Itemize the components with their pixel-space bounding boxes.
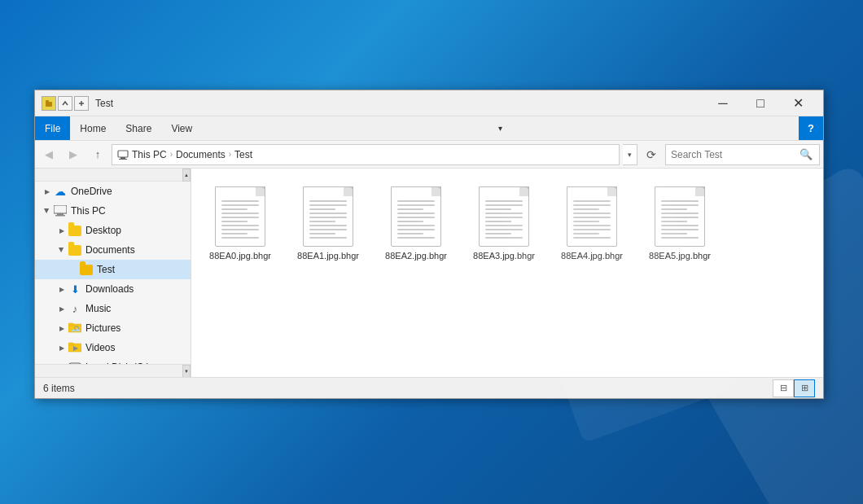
sidebar-scroll-up[interactable]: ▲: [35, 169, 191, 182]
file-line: [573, 217, 611, 218]
menu-file[interactable]: File: [35, 116, 70, 140]
file-line: [309, 217, 347, 218]
search-button[interactable]: 🔍: [798, 145, 814, 164]
address-dropdown[interactable]: ▾: [623, 144, 637, 165]
list-item[interactable]: 88EA2.jpg.bhgr: [375, 177, 457, 266]
downloads-expand-arrow: ▶: [56, 283, 68, 295]
list-item[interactable]: 88EA3.jpg.bhgr: [463, 177, 545, 266]
view-large-icon-button[interactable]: ⊞: [794, 379, 815, 397]
file-line: [485, 208, 511, 210]
file-doc-icon-2: [391, 186, 441, 247]
file-explorer-window: Test ─ □ ✕ File Home Share View ▾ ? ◀ ▶ …: [34, 90, 824, 399]
cloud-icon: ☁: [55, 185, 66, 198]
videos-folder-icon: [68, 342, 81, 353]
file-icon-wrapper-3: [475, 182, 533, 247]
this-pc-icon: [53, 204, 68, 218]
file-line: [573, 237, 611, 239]
file-line: [661, 208, 687, 210]
file-line: [573, 233, 599, 234]
file-doc-icon-1: [303, 186, 353, 247]
list-item[interactable]: 88EA4.jpg.bhgr: [551, 177, 633, 266]
sidebar-item-desktop[interactable]: ▶ Desktop: [35, 221, 191, 240]
downloads-arrow-icon: ⬇: [71, 283, 80, 296]
refresh-button[interactable]: ⟳: [641, 144, 662, 165]
file-doc-icon-0: [215, 186, 265, 247]
menu-help[interactable]: ?: [799, 116, 823, 140]
list-item[interactable]: 88EA1.jpg.bhgr: [287, 177, 369, 266]
menu-home[interactable]: Home: [70, 116, 116, 140]
view-toggle: ⊟ ⊞: [773, 379, 815, 397]
item-count: 6 items: [43, 383, 75, 394]
svg-rect-7: [54, 205, 67, 213]
scroll-up-arrow[interactable]: ▲: [182, 169, 191, 182]
pictures-folder-icon: [68, 322, 81, 334]
file-line: [309, 233, 335, 234]
menu-share[interactable]: Share: [116, 116, 161, 140]
quick-access-icon1[interactable]: [42, 96, 56, 111]
sidebar-item-downloads[interactable]: ▶ ⬇ Downloads: [35, 279, 191, 299]
close-button[interactable]: ✕: [779, 90, 817, 116]
file-icon-wrapper-0: [211, 182, 269, 247]
menu-expand-btn[interactable]: ▾: [490, 116, 511, 140]
music-expand-arrow: ▶: [56, 303, 68, 314]
svg-rect-8: [57, 213, 64, 215]
search-icon: 🔍: [799, 148, 813, 160]
sidebar-scroll-down[interactable]: ▼: [35, 364, 191, 377]
file-line: [221, 237, 259, 239]
file-line: [221, 221, 248, 222]
maximize-button[interactable]: □: [742, 90, 779, 116]
sidebar-label-documents: Documents: [85, 244, 187, 256]
address-path[interactable]: This PC › Documents › Test: [112, 144, 620, 165]
path-test[interactable]: Test: [234, 149, 252, 160]
path-this-pc[interactable]: This PC: [132, 149, 167, 160]
up-button[interactable]: ↑: [87, 144, 108, 165]
sidebar-label-pictures: Pictures: [85, 322, 187, 334]
path-documents[interactable]: Documents: [176, 149, 226, 160]
file-line: [309, 204, 347, 206]
address-bar: ◀ ▶ ↑ This PC › Documents › Test ▾ ⟳: [35, 141, 823, 169]
svg-rect-1: [46, 100, 49, 103]
quick-access-icon2[interactable]: [58, 96, 72, 111]
file-line: [661, 233, 687, 234]
file-icon-wrapper-1: [299, 182, 357, 247]
this-pc-expand-arrow: ▶: [42, 205, 53, 217]
file-line: [485, 225, 523, 226]
file-name-2: 88EA2.jpg.bhgr: [385, 250, 447, 261]
pc-icon: [54, 205, 67, 217]
file-line: [221, 225, 259, 226]
file-line: [309, 229, 347, 230]
file-line: [485, 229, 523, 230]
file-line: [661, 213, 699, 214]
music-note-icon: ♪: [72, 303, 78, 315]
sidebar-item-pictures[interactable]: ▶ Pictures: [35, 318, 191, 338]
quick-access-icon3[interactable]: [74, 96, 89, 111]
back-button[interactable]: ◀: [38, 144, 59, 165]
file-line: [221, 229, 259, 230]
pictures-expand-arrow: ▶: [56, 322, 68, 334]
path-arrow-1: ›: [170, 150, 173, 159]
file-name-5: 88EA5.jpg.bhgr: [649, 250, 711, 261]
file-line: [221, 213, 259, 214]
file-line: [573, 225, 611, 226]
sidebar-item-documents[interactable]: ▶ Documents: [35, 240, 191, 260]
file-lines-1: [309, 200, 347, 239]
menu-view[interactable]: View: [161, 116, 202, 140]
file-line: [397, 221, 423, 222]
sidebar-item-music[interactable]: ▶ ♪ Music: [35, 299, 191, 318]
minimize-button[interactable]: ─: [704, 90, 742, 116]
sidebar-item-videos[interactable]: ▶ Videos: [35, 338, 191, 357]
file-line: [309, 213, 347, 214]
list-item[interactable]: 88EA0.jpg.bhgr: [199, 177, 281, 266]
sidebar-item-onedrive[interactable]: ▶ ☁ OneDrive: [35, 182, 191, 201]
file-line: [661, 204, 699, 206]
list-item[interactable]: 88EA5.jpg.bhgr: [639, 177, 721, 266]
file-line: [661, 229, 699, 230]
sidebar: ▲ ▶ ☁ OneDrive ▶: [35, 169, 191, 377]
sidebar-item-test[interactable]: Test: [35, 260, 191, 279]
sidebar-label-desktop: Desktop: [85, 225, 187, 236]
scroll-down-arrow[interactable]: ▼: [182, 365, 191, 378]
forward-button[interactable]: ▶: [63, 144, 84, 165]
view-detail-button[interactable]: ⊟: [773, 379, 794, 397]
search-input[interactable]: [671, 149, 798, 160]
sidebar-item-this-pc[interactable]: ▶ This PC: [35, 201, 191, 221]
